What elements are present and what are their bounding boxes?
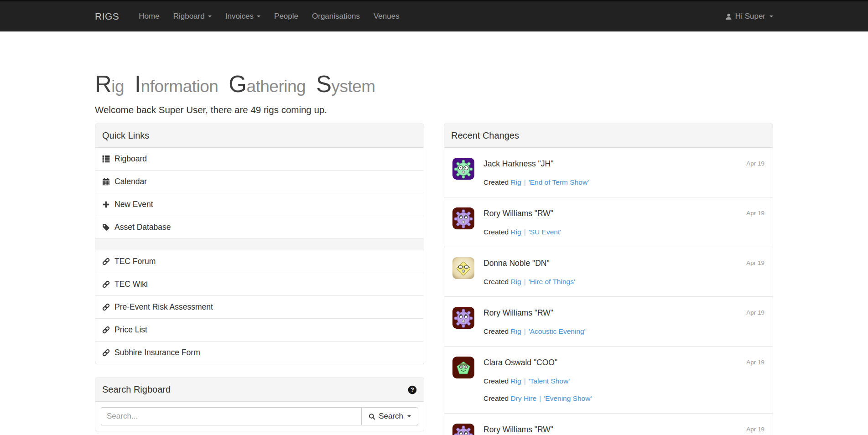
- quick-link-price-list[interactable]: Price List: [95, 319, 424, 341]
- person-name: Rory Williams "RW": [483, 207, 741, 219]
- quick-link-calendar[interactable]: Calendar: [95, 171, 424, 193]
- search-rigboard-panel: Search Rigboard ? Search: [95, 378, 424, 431]
- person-name: Donna Noble "DN": [483, 257, 741, 269]
- page-title: Rig Information Gathering System: [95, 72, 424, 97]
- recent-change-row: Donna Noble "DN" Created Rig|'Hire of Th…: [444, 247, 773, 296]
- recent-change-row: Jack Harkness "JH" Created Rig|'End of T…: [444, 148, 773, 197]
- change-date: Apr 19: [741, 357, 764, 403]
- search-button[interactable]: Search: [361, 407, 418, 425]
- quick-link-rigboard[interactable]: Rigboard: [95, 148, 424, 170]
- tag-icon: [102, 223, 110, 231]
- search-input[interactable]: [101, 407, 361, 425]
- link-icon: [102, 326, 110, 334]
- person-name: Rory Williams "RW": [483, 307, 741, 319]
- purple-gear-robot-avatar: [452, 307, 474, 329]
- person-name: Rory Williams "RW": [483, 424, 741, 435]
- plus-icon: [102, 201, 110, 208]
- recent-change-row: Rory Williams "RW" Created Rig|'SU Event…: [444, 197, 773, 247]
- yellow-diamond-robot-avatar: [452, 257, 474, 279]
- entity-link[interactable]: Rig: [510, 377, 521, 385]
- recent-change-row: Clara Oswald "COO" Created Rig|'Talent S…: [444, 346, 773, 413]
- change-action: Created Rig|'Acoustic Evening': [483, 326, 741, 336]
- event-link[interactable]: 'End of Term Show': [529, 178, 589, 186]
- event-link[interactable]: 'Talent Show': [529, 377, 570, 385]
- quick-links-panel: Quick Links Rigboard: [95, 124, 424, 364]
- event-link[interactable]: 'SU Event': [529, 228, 561, 236]
- chevron-down-icon: [257, 16, 260, 17]
- change-action: Created Rig|'Hire of Things': [483, 277, 741, 286]
- change-action: Created Rig|'End of Term Show': [483, 177, 741, 187]
- nav-item-venues[interactable]: Venues: [367, 1, 406, 31]
- search-rigboard-heading: Search Rigboard ?: [95, 378, 424, 402]
- quick-link-pre-event-risk-assessment[interactable]: Pre-Event Risk Assessment: [95, 296, 424, 318]
- entity-link[interactable]: Rig: [510, 178, 521, 186]
- link-icon: [102, 258, 110, 265]
- recent-changes-panel: Recent Changes: [444, 124, 773, 435]
- change-date: Apr 19: [741, 307, 764, 336]
- quick-links-heading: Quick Links: [95, 124, 424, 148]
- recent-changes-heading: Recent Changes: [444, 124, 773, 148]
- user-icon: [725, 13, 732, 20]
- green-gear-robot-avatar: [452, 158, 474, 180]
- link-icon: [102, 280, 110, 288]
- change-date: Apr 19: [741, 257, 764, 286]
- event-link[interactable]: 'Hire of Things': [529, 278, 575, 285]
- change-action: Created Rig|'Talent Show': [483, 376, 741, 386]
- purple-gear-robot-avatar: [452, 207, 474, 229]
- change-action: Created Rig|'SU Event': [483, 227, 741, 237]
- green-pentagon-robot-avatar: [452, 357, 474, 378]
- change-date: Apr 19: [741, 207, 764, 237]
- change-action: Created Dry Hire|'Evening Show': [483, 394, 741, 403]
- link-icon: [102, 349, 110, 357]
- calendar-icon: [102, 178, 110, 186]
- quick-link-tec-forum[interactable]: TEC Forum: [95, 250, 424, 273]
- event-link[interactable]: 'Acoustic Evening': [529, 327, 586, 335]
- quick-link-new-event[interactable]: New Event: [95, 193, 424, 216]
- navbar: RIGS Home Rigboard Invoices People Organ…: [0, 0, 868, 31]
- quick-link-asset-database[interactable]: Asset Database: [95, 216, 424, 238]
- person-name: Clara Oswald "COO": [483, 357, 741, 368]
- event-link[interactable]: 'Evening Show': [544, 394, 592, 402]
- question-circle-icon[interactable]: ?: [408, 385, 417, 394]
- user-menu[interactable]: Hi Super: [725, 1, 773, 31]
- entity-link[interactable]: Rig: [510, 327, 521, 335]
- person-name: Jack Harkness "JH": [483, 158, 741, 170]
- recent-change-row: Rory Williams "RW" Created Rig|'Acoustic…: [444, 296, 773, 346]
- nav-item-organisations[interactable]: Organisations: [305, 1, 367, 31]
- entity-link[interactable]: Dry Hire: [510, 394, 536, 402]
- change-date: Apr 19: [741, 158, 764, 187]
- nav-item-home[interactable]: Home: [132, 1, 166, 31]
- chevron-down-icon: [407, 415, 411, 417]
- recent-change-row: Rory Williams "RW" Apr 19: [444, 413, 773, 435]
- quick-links-separator: [95, 238, 424, 250]
- nav-item-people[interactable]: People: [267, 1, 305, 31]
- change-date: Apr 19: [741, 424, 764, 435]
- purple-gear-robot-avatar: [452, 424, 474, 435]
- brand-logo[interactable]: RIGS: [95, 11, 119, 22]
- entity-link[interactable]: Rig: [510, 278, 521, 285]
- list-icon: [102, 155, 110, 163]
- entity-link[interactable]: Rig: [510, 228, 521, 236]
- link-icon: [102, 303, 110, 311]
- nav-item-rigboard[interactable]: Rigboard: [166, 1, 218, 31]
- chevron-down-icon: [208, 16, 212, 17]
- svg-text:?: ?: [411, 386, 414, 393]
- quick-link-tec-wiki[interactable]: TEC Wiki: [95, 273, 424, 295]
- welcome-message: Welcome back Super User, there are 49 ri…: [95, 104, 424, 115]
- chevron-down-icon: [769, 16, 773, 17]
- search-icon: [369, 413, 375, 420]
- nav-item-invoices[interactable]: Invoices: [218, 1, 267, 31]
- main-nav: Home Rigboard Invoices People Organisati…: [132, 1, 406, 31]
- search-input-group: Search: [101, 407, 418, 425]
- quick-link-subhire-insurance-form[interactable]: Subhire Insurance Form: [95, 342, 424, 364]
